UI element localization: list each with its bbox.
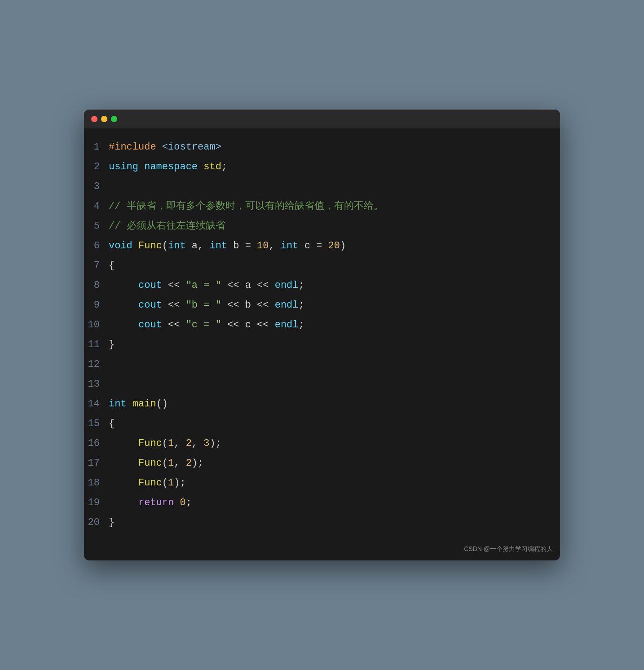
line-number-11: 11 xyxy=(84,336,109,353)
code-line-18: 18 Func(1); xyxy=(84,473,560,493)
code-line-8: 8 cout << "a = " << a << endl; xyxy=(84,276,560,295)
code-content-10: cout << "c = " << c << endl; xyxy=(109,317,304,334)
code-line-13: 13 xyxy=(84,375,560,394)
code-line-10: 10 cout << "c = " << c << endl; xyxy=(84,315,560,335)
line-number-2: 2 xyxy=(84,159,109,176)
code-line-20: 20 } xyxy=(84,513,560,533)
line-number-15: 15 xyxy=(84,415,109,432)
line-number-8: 8 xyxy=(84,277,109,294)
code-content-3 xyxy=(109,178,115,195)
line-number-9: 9 xyxy=(84,297,109,314)
title-bar xyxy=(84,110,560,128)
code-content-16: Func(1, 2, 3); xyxy=(109,435,221,452)
line-number-1: 1 xyxy=(84,139,109,156)
line-number-13: 13 xyxy=(84,376,109,393)
code-content-1: #include <iostream> xyxy=(109,139,221,156)
line-number-10: 10 xyxy=(84,317,109,334)
line-number-17: 17 xyxy=(84,455,109,472)
line-number-12: 12 xyxy=(84,356,109,373)
code-content-7: { xyxy=(109,257,115,274)
code-line-17: 17 Func(1, 2); xyxy=(84,454,560,473)
line-number-18: 18 xyxy=(84,475,109,492)
code-content-14: int main() xyxy=(109,396,168,413)
line-number-16: 16 xyxy=(84,435,109,452)
code-content-15: { xyxy=(109,415,115,432)
line-number-7: 7 xyxy=(84,257,109,274)
line-number-5: 5 xyxy=(84,218,109,235)
code-content-17: Func(1, 2); xyxy=(109,455,203,472)
minimize-button[interactable] xyxy=(101,116,107,122)
code-content-4: // 半缺省，即有多个参数时，可以有的给缺省值，有的不给。 xyxy=(109,198,384,215)
code-line-1: 1 #include <iostream> xyxy=(84,137,560,157)
code-line-4: 4 // 半缺省，即有多个参数时，可以有的给缺省值，有的不给。 xyxy=(84,197,560,216)
code-line-6: 6 void Func(int a, int b = 10, int c = 2… xyxy=(84,236,560,256)
code-content-19: return 0; xyxy=(109,494,192,511)
code-content-5: // 必须从右往左连续缺省 xyxy=(109,218,225,235)
code-line-9: 9 cout << "b = " << b << endl; xyxy=(84,295,560,315)
code-content-20: } xyxy=(109,514,115,531)
close-button[interactable] xyxy=(91,116,97,122)
code-content-2: using namespace std; xyxy=(109,159,227,176)
code-line-19: 19 return 0; xyxy=(84,493,560,513)
line-number-19: 19 xyxy=(84,494,109,511)
code-line-12: 12 xyxy=(84,355,560,375)
code-line-7: 7 { xyxy=(84,256,560,276)
code-area: 1 #include <iostream> 2 using namespace … xyxy=(84,128,560,542)
line-number-14: 14 xyxy=(84,396,109,413)
code-content-9: cout << "b = " << b << endl; xyxy=(109,297,304,314)
line-number-3: 3 xyxy=(84,178,109,195)
code-line-15: 15 { xyxy=(84,414,560,434)
code-content-6: void Func(int a, int b = 10, int c = 20) xyxy=(109,238,346,255)
code-content-13 xyxy=(109,376,115,393)
code-line-11: 11 } xyxy=(84,335,560,355)
code-line-5: 5 // 必须从右往左连续缺省 xyxy=(84,216,560,236)
code-line-14: 14 int main() xyxy=(84,394,560,414)
code-line-3: 3 xyxy=(84,177,560,197)
code-content-8: cout << "a = " << a << endl; xyxy=(109,277,304,294)
code-content-11: } xyxy=(109,336,115,353)
code-line-16: 16 Func(1, 2, 3); xyxy=(84,434,560,454)
code-content-18: Func(1); xyxy=(109,475,186,492)
maximize-button[interactable] xyxy=(111,116,117,122)
watermark: CSDN @一个努力学习编程的人 xyxy=(84,542,560,560)
editor-window: 1 #include <iostream> 2 using namespace … xyxy=(84,110,560,560)
line-number-4: 4 xyxy=(84,198,109,215)
code-content-12 xyxy=(109,356,115,373)
line-number-20: 20 xyxy=(84,514,109,531)
line-number-6: 6 xyxy=(84,238,109,255)
code-line-2: 2 using namespace std; xyxy=(84,157,560,177)
